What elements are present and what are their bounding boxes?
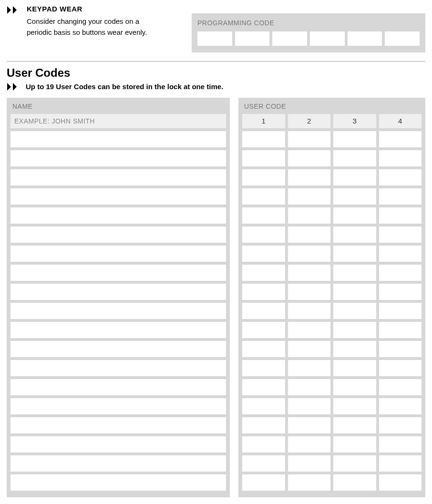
code-cell[interactable]	[379, 436, 422, 453]
code-cell[interactable]	[242, 226, 285, 243]
programming-code-cell[interactable]	[235, 31, 270, 46]
code-cell[interactable]	[379, 455, 422, 472]
code-cell[interactable]	[288, 246, 331, 262]
code-cell[interactable]	[333, 341, 376, 357]
code-cell[interactable]	[242, 265, 285, 281]
code-cell[interactable]	[288, 398, 331, 414]
code-cell[interactable]	[288, 360, 331, 376]
name-cell[interactable]	[10, 207, 226, 224]
code-cell[interactable]	[288, 265, 331, 281]
code-cell[interactable]	[379, 474, 422, 491]
code-cell[interactable]	[242, 341, 285, 357]
code-cell[interactable]	[242, 398, 285, 414]
code-cell[interactable]	[379, 303, 422, 319]
code-cell[interactable]	[242, 150, 285, 166]
name-cell[interactable]	[10, 226, 226, 243]
code-cell[interactable]	[242, 303, 285, 319]
code-cell[interactable]	[288, 455, 331, 472]
code-cell[interactable]	[333, 284, 376, 300]
name-cell[interactable]	[10, 303, 226, 319]
name-cell[interactable]	[10, 322, 226, 338]
programming-code-cell[interactable]	[197, 31, 232, 46]
code-cell[interactable]	[379, 379, 422, 395]
code-cell[interactable]	[333, 207, 376, 224]
code-cell[interactable]	[379, 131, 422, 147]
name-cell[interactable]	[10, 188, 226, 205]
name-cell[interactable]	[10, 246, 226, 262]
code-cell[interactable]	[242, 436, 285, 453]
code-cell[interactable]	[379, 169, 422, 185]
code-cell[interactable]	[333, 226, 376, 243]
code-cell[interactable]	[333, 150, 376, 166]
code-cell[interactable]	[288, 417, 331, 433]
code-cell[interactable]	[333, 169, 376, 185]
code-cell[interactable]	[333, 398, 376, 414]
code-cell[interactable]	[333, 360, 376, 376]
code-cell[interactable]	[333, 455, 376, 472]
code-cell[interactable]	[242, 322, 285, 338]
code-cell[interactable]	[379, 398, 422, 414]
code-cell[interactable]	[288, 150, 331, 166]
programming-code-cell[interactable]	[385, 31, 420, 46]
code-cell[interactable]	[288, 226, 331, 243]
code-cell[interactable]	[379, 341, 422, 357]
code-cell[interactable]	[333, 474, 376, 491]
code-cell[interactable]	[242, 360, 285, 376]
name-cell[interactable]	[10, 131, 226, 147]
name-cell[interactable]	[10, 265, 226, 281]
code-cell[interactable]	[288, 303, 331, 319]
name-cell[interactable]	[10, 455, 226, 472]
name-cell[interactable]	[10, 360, 226, 376]
code-cell[interactable]	[379, 265, 422, 281]
name-cell[interactable]	[10, 284, 226, 300]
code-cell[interactable]	[379, 360, 422, 376]
code-cell[interactable]	[333, 265, 376, 281]
code-cell[interactable]	[242, 207, 285, 224]
code-cell[interactable]	[288, 131, 331, 147]
code-cell[interactable]	[379, 188, 422, 205]
code-cell[interactable]	[288, 436, 331, 453]
code-cell[interactable]	[288, 207, 331, 224]
code-cell[interactable]	[288, 379, 331, 395]
code-cell[interactable]	[242, 417, 285, 433]
code-cell[interactable]	[379, 322, 422, 338]
code-cell[interactable]	[333, 417, 376, 433]
code-cell[interactable]	[379, 207, 422, 224]
name-cell[interactable]	[10, 341, 226, 357]
programming-code-cell[interactable]	[272, 31, 307, 46]
code-cell[interactable]	[288, 188, 331, 205]
code-cell[interactable]	[288, 474, 331, 491]
code-cell[interactable]	[379, 226, 422, 243]
code-cell[interactable]	[333, 303, 376, 319]
programming-code-cell[interactable]	[310, 31, 345, 46]
programming-code-cell[interactable]	[348, 31, 382, 46]
name-cell[interactable]	[10, 150, 226, 166]
code-cell[interactable]	[242, 131, 285, 147]
code-cell[interactable]	[333, 131, 376, 147]
code-cell[interactable]	[242, 379, 285, 395]
code-cell[interactable]	[333, 246, 376, 262]
code-cell[interactable]	[242, 188, 285, 205]
code-cell[interactable]	[379, 246, 422, 262]
code-cell[interactable]	[242, 474, 285, 491]
code-cell[interactable]	[379, 417, 422, 433]
code-cell[interactable]	[242, 169, 285, 185]
name-cell[interactable]	[10, 436, 226, 453]
name-cell[interactable]	[10, 417, 226, 433]
code-cell[interactable]	[288, 169, 331, 185]
code-cell[interactable]	[242, 284, 285, 300]
name-cell[interactable]	[10, 379, 226, 395]
code-cell[interactable]	[288, 322, 331, 338]
code-cell[interactable]	[242, 455, 285, 472]
code-cell[interactable]	[333, 379, 376, 395]
code-cell[interactable]	[379, 284, 422, 300]
code-cell[interactable]	[288, 284, 331, 300]
code-cell[interactable]	[242, 246, 285, 262]
name-cell[interactable]	[10, 169, 226, 185]
code-cell[interactable]	[379, 150, 422, 166]
name-cell[interactable]	[10, 398, 226, 414]
code-cell[interactable]	[333, 322, 376, 338]
name-cell[interactable]	[10, 474, 226, 491]
code-cell[interactable]	[288, 341, 331, 357]
code-cell[interactable]	[333, 436, 376, 453]
